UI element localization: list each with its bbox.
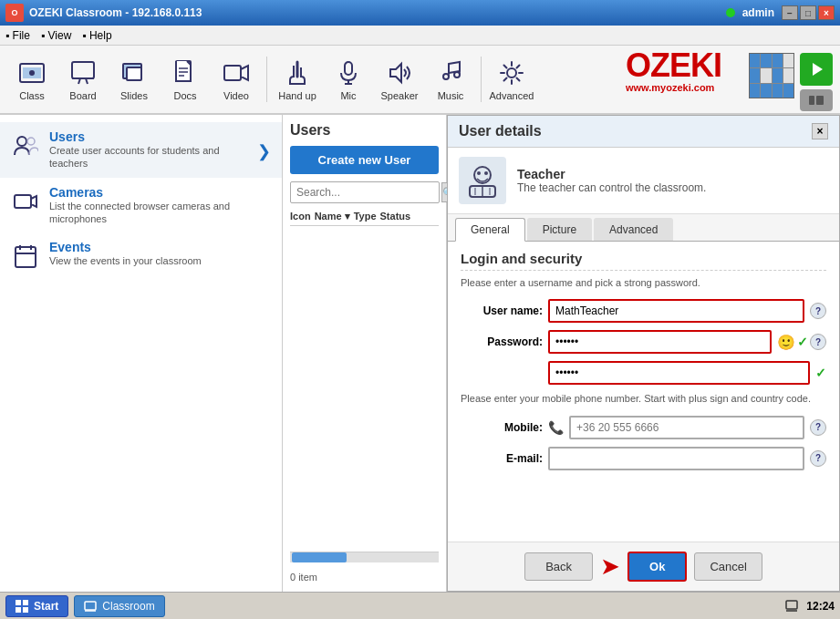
teacher-name: Teacher [517, 167, 706, 181]
events-icon [11, 242, 40, 271]
maximize-button[interactable]: □ [800, 5, 816, 20]
handup-icon [283, 58, 312, 88]
sidebar-item-events[interactable]: Events View the events in your classroom [0, 232, 282, 278]
menu-item-view[interactable]: ▪ View [41, 29, 71, 42]
user-details-header: User details × [448, 116, 839, 148]
arrow-ok-icon: ➤ [600, 552, 620, 581]
video-icon [222, 58, 251, 88]
start-button[interactable]: Start [5, 595, 68, 617]
phone-icon: 📞 [548, 420, 564, 435]
create-user-button[interactable]: Create new User [290, 146, 439, 174]
sidebar-events-title: Events [49, 240, 271, 254]
sidebar-item-cameras[interactable]: Cameras List the connected browser camer… [0, 178, 282, 233]
users-icon [11, 131, 40, 160]
tabs: General Picture Advanced [448, 214, 839, 242]
tab-picture[interactable]: Picture [527, 218, 592, 241]
svg-rect-44 [16, 607, 21, 613]
search-input[interactable] [290, 181, 440, 203]
password-label: Password: [461, 335, 543, 348]
clock: 12:24 [806, 600, 835, 613]
toolbar-docs-button[interactable]: Docs [161, 49, 210, 109]
sidebar-users-title: Users [49, 129, 248, 144]
scrollbar-thumb[interactable] [292, 552, 347, 562]
svg-rect-29 [15, 195, 31, 208]
toolbar-advanced-button[interactable]: Advanced [487, 49, 536, 109]
password-confirm-row: ✓ [461, 361, 826, 385]
toolbar-divider-1 [266, 57, 267, 102]
menu-bar: ▪ File ▪ View ▪ Help [0, 26, 840, 46]
email-help-icon[interactable]: ? [810, 450, 826, 467]
users-panel-title: Users [290, 122, 439, 139]
classroom-taskbar-item[interactable]: Classroom [74, 595, 164, 617]
username-help-icon[interactable]: ? [810, 303, 826, 319]
mobile-help-icon[interactable]: ? [810, 419, 826, 436]
toolbar-speaker-button[interactable]: Speaker [375, 49, 424, 109]
svg-point-27 [17, 137, 26, 146]
email-input[interactable] [548, 447, 804, 470]
svg-marker-14 [241, 66, 248, 80]
toolbar-class-button[interactable]: Class [7, 49, 57, 109]
svg-rect-45 [23, 607, 28, 613]
sidebar-users-desc: Create user accounts for students and te… [49, 144, 248, 170]
svg-point-23 [507, 68, 516, 77]
svg-rect-3 [72, 62, 94, 78]
status-bar: Start Classroom 12:24 [0, 592, 840, 619]
mobile-input[interactable] [569, 416, 804, 439]
menu-item-help[interactable]: ▪ Help [82, 29, 111, 42]
toolbar: Class Board Slides Docs Video Hand up [0, 46, 840, 115]
tab-advanced[interactable]: Advanced [594, 218, 673, 241]
title-bar: O OZEKI Classroom - 192.168.0.113 admin … [0, 0, 840, 26]
svg-rect-43 [23, 600, 28, 605]
username-input[interactable] [548, 299, 804, 323]
advanced-icon [497, 58, 526, 88]
form-section-title: Login and security [461, 251, 826, 271]
toolbar-mic-button[interactable]: Mic [324, 49, 373, 109]
toolbar-handup-button[interactable]: Hand up [273, 49, 322, 109]
toolbar-video-button[interactable]: Video [212, 49, 261, 109]
minimize-button[interactable]: − [782, 5, 798, 20]
play-button[interactable] [800, 53, 833, 86]
email-label: E-mail: [461, 452, 543, 465]
svg-point-2 [29, 70, 35, 76]
password-confirm-input[interactable] [548, 361, 810, 385]
chevron-right-icon: ❯ [257, 141, 271, 161]
ozeki-grid-icon [749, 53, 794, 98]
form-area: Login and security Please enter a userna… [448, 242, 839, 542]
sidebar-item-users[interactable]: Users Create user accounts for students … [0, 122, 282, 178]
svg-rect-15 [345, 62, 352, 75]
sidebar-cameras-title: Cameras [49, 185, 271, 200]
teacher-info: Teacher The teacher can control the clas… [448, 148, 839, 214]
menu-item-file[interactable]: ▪ File [5, 29, 30, 42]
svg-rect-13 [224, 66, 241, 80]
sidebar: Users Create user accounts for students … [0, 115, 283, 592]
action-bar: Back ➤ Ok Cancel [448, 542, 839, 591]
username-label: User name: [461, 304, 543, 317]
check-icon-1: ✓ [797, 335, 808, 349]
users-list [290, 233, 439, 562]
tab-general[interactable]: General [455, 218, 525, 242]
password-icons: 🙂 ✓ ? [777, 334, 826, 351]
mic-icon [334, 58, 363, 88]
horizontal-scrollbar[interactable] [290, 552, 439, 562]
email-row: E-mail: ? [461, 447, 826, 470]
board-icon [68, 58, 98, 88]
docs-icon [171, 58, 200, 88]
toolbar-board-button[interactable]: Board [58, 49, 108, 109]
close-panel-button[interactable]: × [812, 123, 828, 139]
window-title: OZEKI Classroom - 192.168.0.113 [29, 6, 202, 19]
user-details-panel: User details × Teacher The teacher [447, 115, 840, 592]
class-icon [17, 58, 47, 88]
toolbar-slides-button[interactable]: Slides [109, 49, 159, 109]
svg-marker-24 [813, 63, 823, 76]
ozeki-url: www.myozeki.com [626, 82, 714, 93]
password-help-icon[interactable]: ? [810, 334, 826, 350]
cancel-button[interactable]: Cancel [694, 552, 762, 581]
ok-button[interactable]: Ok [627, 552, 687, 582]
toolbar-music-button[interactable]: Music [426, 49, 475, 109]
close-button[interactable]: × [818, 5, 835, 20]
back-button[interactable]: Back [524, 552, 593, 581]
gray-button[interactable] [800, 89, 833, 111]
password-input[interactable] [548, 330, 772, 354]
cameras-icon [11, 187, 40, 216]
monitor-icon [784, 599, 799, 614]
